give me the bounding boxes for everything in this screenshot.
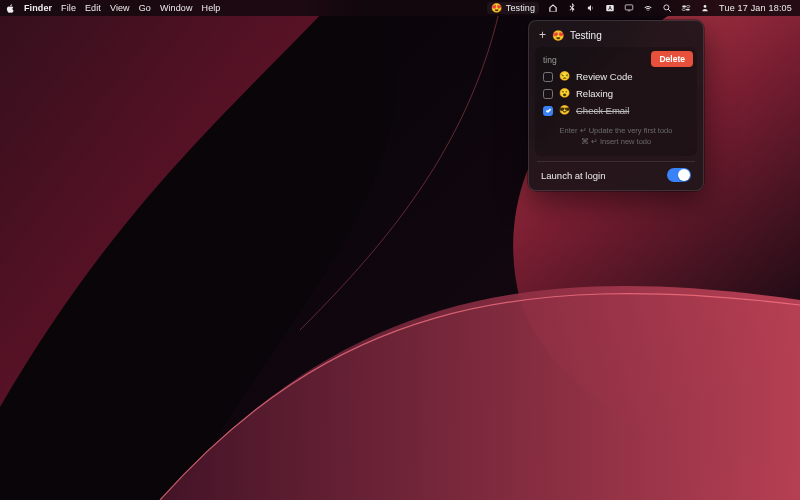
menubar-status-item[interactable]: 😍 Testing bbox=[487, 2, 539, 14]
menu-edit[interactable]: Edit bbox=[85, 3, 101, 13]
svg-line-6 bbox=[668, 9, 671, 12]
wifi-icon[interactable] bbox=[643, 3, 653, 13]
todo-item[interactable]: 😮 Relaxing bbox=[535, 85, 697, 102]
hint-line: ⌘ ↵ Insert new todo bbox=[539, 136, 693, 147]
svg-rect-4 bbox=[628, 11, 631, 12]
svg-rect-8 bbox=[687, 6, 690, 8]
status-emoji-icon: 😍 bbox=[491, 4, 502, 13]
todo-emoji-icon: 😎 bbox=[559, 106, 570, 115]
menubar-app-name[interactable]: Finder bbox=[24, 3, 52, 13]
search-icon[interactable] bbox=[662, 3, 672, 13]
todo-label: Check Email bbox=[576, 105, 629, 116]
svg-rect-3 bbox=[625, 5, 633, 10]
menu-view[interactable]: View bbox=[110, 3, 130, 13]
checkbox-unchecked-icon[interactable] bbox=[543, 72, 553, 82]
svg-rect-10 bbox=[686, 9, 690, 11]
home-icon[interactable] bbox=[548, 3, 558, 13]
todo-item[interactable]: 😒 Review Code bbox=[535, 68, 697, 85]
toggle-knob-icon bbox=[678, 169, 690, 181]
todo-section: Delete ting 😒 Review Code 😮 Relaxing 😎 C… bbox=[535, 47, 697, 156]
svg-text:A: A bbox=[608, 5, 612, 11]
svg-rect-7 bbox=[682, 6, 686, 8]
menubar: Finder File Edit View Go Window Help 😍 T… bbox=[0, 0, 800, 16]
todo-panel: + 😍 Delete ting 😒 Review Code 😮 Relaxing bbox=[528, 20, 704, 191]
launch-at-login-toggle[interactable] bbox=[667, 168, 691, 182]
apple-menu-icon[interactable] bbox=[6, 4, 15, 13]
svg-point-11 bbox=[704, 5, 707, 8]
menu-file[interactable]: File bbox=[61, 3, 76, 13]
user-icon[interactable] bbox=[700, 3, 710, 13]
bluetooth-icon[interactable] bbox=[567, 3, 577, 13]
svg-rect-9 bbox=[682, 9, 685, 11]
status-label: Testing bbox=[506, 3, 535, 13]
volume-icon[interactable] bbox=[586, 3, 596, 13]
divider bbox=[537, 161, 695, 162]
menu-window[interactable]: Window bbox=[160, 3, 193, 13]
delete-button[interactable]: Delete bbox=[651, 51, 693, 67]
todo-item[interactable]: 😎 Check Email bbox=[535, 102, 697, 119]
hint-line: Enter ↵ Update the very first todo bbox=[539, 125, 693, 136]
launch-at-login-label: Launch at login bbox=[541, 170, 605, 181]
checkbox-unchecked-icon[interactable] bbox=[543, 89, 553, 99]
menu-help[interactable]: Help bbox=[202, 3, 221, 13]
control-center-icon[interactable] bbox=[681, 3, 691, 13]
svg-point-5 bbox=[664, 5, 669, 10]
add-icon[interactable]: + bbox=[539, 29, 546, 41]
hints: Enter ↵ Update the very first todo ⌘ ↵ I… bbox=[535, 119, 697, 152]
todo-emoji-icon: 😮 bbox=[559, 89, 570, 98]
checkbox-checked-icon[interactable] bbox=[543, 106, 553, 116]
todo-label: Review Code bbox=[576, 71, 633, 82]
header-emoji-icon: 😍 bbox=[552, 30, 564, 41]
menu-go[interactable]: Go bbox=[139, 3, 151, 13]
display-icon[interactable] bbox=[624, 3, 634, 13]
todo-label: Relaxing bbox=[576, 88, 613, 99]
title-input[interactable] bbox=[570, 30, 697, 41]
todo-emoji-icon: 😒 bbox=[559, 72, 570, 81]
menubar-clock[interactable]: Tue 17 Jan 18:05 bbox=[719, 3, 792, 13]
input-source-icon[interactable]: A bbox=[605, 3, 615, 13]
